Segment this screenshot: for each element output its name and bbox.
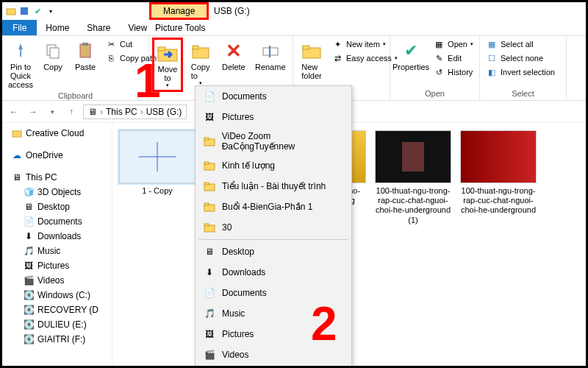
tree-item[interactable]: 💽DULIEU (E:) [2,317,112,332]
tree-item[interactable]: 💽RECOVERY (D [2,302,112,317]
svg-rect-5 [82,43,88,46]
tree-this-pc[interactable]: 🖥This PC [2,170,112,185]
select-all-button[interactable]: ▦Select all [483,38,558,51]
dropdown-item[interactable]: 30 [196,217,351,238]
dropdown-item[interactable]: ⬇Downloads [196,262,351,283]
svg-rect-13 [303,46,309,49]
dropdown-item[interactable]: 🎬Videos [196,344,351,365]
dropdown-item-icon: 🖼 [203,110,216,124]
onedrive-icon: ☁ [11,149,23,161]
file-tile[interactable]: 100-thuat-ngu-trong-rap-cuc-chat-nguoi-c… [373,130,453,358]
delete-button[interactable]: ✕ Delete [218,38,249,73]
file-thumbnail [119,130,196,183]
navigation-tree: Creative Cloud ☁OneDrive 🖥This PC 🧊3D Ob… [2,123,112,366]
invert-selection-button[interactable]: ◧Invert selection [483,66,558,79]
tree-creative-cloud[interactable]: Creative Cloud [2,126,112,141]
copy-icon [41,39,65,63]
tree-item-icon: ⬇ [23,230,35,242]
dropdown-item-icon: 🎵 [203,307,216,320]
ribbon-group-open: ✔ Properties ▦Open ▾ ✎Edit ↺History Open [390,36,480,100]
svg-rect-18 [204,138,209,140]
pc-icon: 🖥 [88,107,97,117]
tab-file[interactable]: File [2,20,37,35]
qat-dropdown-icon[interactable]: ▾ [45,5,57,17]
rename-button[interactable]: Rename [251,38,290,73]
up-button[interactable]: ↑ [64,105,79,119]
tree-item-icon: 🖥 [23,201,35,213]
select-none-icon: ☐ [486,52,498,64]
dropdown-item[interactable]: 🖼Pictures [196,324,351,344]
paste-button[interactable]: Paste [70,38,101,73]
file-tile[interactable]: 1 - Copy [117,130,198,358]
dropdown-item-icon: 🖥 [203,245,216,258]
recent-dropdown[interactable]: ▾ [45,105,60,119]
new-folder-button[interactable]: New folder [296,38,327,82]
tree-item[interactable]: 💽Windows (C:) [2,288,112,302]
history-button[interactable]: ↺History [430,66,476,79]
file-tile[interactable]: 100-thuat-ngu-trong-rap-cuc-chat-nguoi-c… [458,130,539,358]
back-button[interactable]: ← [7,105,21,119]
dropdown-item[interactable]: 🖼Pictures [196,107,351,127]
tree-item-icon: 🎵 [23,245,35,257]
dropdown-item-icon: ⬇ [203,266,216,279]
file-thumbnail [460,130,537,183]
pc-icon: 🖥 [11,171,23,183]
svg-rect-1 [21,7,28,15]
tree-item-icon: 💽 [23,289,35,301]
svg-rect-22 [204,183,209,185]
dropdown-item-icon [203,200,216,213]
copy-button[interactable]: Copy [37,38,68,73]
dropdown-item-icon [203,180,216,193]
dropdown-item[interactable]: Kinh tế lượng [196,155,351,176]
edit-button[interactable]: ✎Edit [430,52,476,65]
forward-button[interactable]: → [26,105,40,119]
tree-item[interactable]: 🧊3D Objects [2,185,112,199]
dropdown-item[interactable]: 🖥Desktop [196,241,351,262]
properties-icon: ✔ [399,39,423,63]
copy-to-button[interactable]: Copy to▾ [184,38,216,88]
dropdown-item-icon [203,159,216,172]
dropdown-item-icon [203,221,216,234]
open-button[interactable]: ▦Open ▾ [430,38,476,51]
manage-contextual-tab[interactable]: Manage [149,2,209,20]
svg-rect-9 [193,46,198,49]
ribbon-tabs: File Home Share View Picture Tools [2,20,586,36]
tree-item[interactable]: 📄Documents [2,214,112,229]
tree-item[interactable]: 🖼Pictures [2,258,112,273]
dropdown-item[interactable]: Buổi 4-BienGia-Phần 1 [196,197,351,217]
dropdown-item[interactable]: Tiểu luận - Bài thuyết trình [196,176,351,197]
tab-home[interactable]: Home [37,20,78,35]
select-all-icon: ▦ [486,38,498,50]
history-icon: ↺ [433,66,445,78]
check-icon: ✔ [32,5,43,17]
tree-item[interactable]: 🎬Videos [2,273,112,288]
svg-rect-0 [7,9,15,15]
dropdown-item[interactable]: ViDeo Zoom ĐaCộngTuyếnnew [196,127,351,155]
tab-share[interactable]: Share [78,20,119,35]
tree-item-icon: 🖼 [23,260,35,272]
tab-picture-tools[interactable]: Picture Tools [149,23,211,33]
edit-icon: ✎ [433,52,445,64]
tree-item[interactable]: 🎵Music [2,244,112,258]
tree-item[interactable]: ⬇Downloads [2,229,112,244]
dropdown-item[interactable]: 🎵Music [196,303,351,324]
tree-onedrive[interactable]: ☁OneDrive [2,148,112,163]
move-to-button[interactable]: Move to▾ [152,38,183,92]
select-none-button[interactable]: ☐Select none [483,52,558,65]
dropdown-item-icon: 🖼 [203,328,216,341]
save-icon[interactable] [18,5,30,17]
svg-rect-26 [204,224,209,226]
new-item-icon: ✦ [331,38,343,50]
breadcrumb[interactable]: 🖥 This PC USB (G:) [83,105,187,119]
creative-cloud-icon [11,127,23,139]
tree-item[interactable]: 💽GIAITRI (F:) [2,332,112,347]
properties-button[interactable]: ✔ Properties [393,38,429,73]
pin-to-quick-access-button[interactable]: Pin to Quick access [5,38,36,91]
file-name-label: 1 - Copy [142,186,173,196]
dropdown-item[interactable]: 📄Documents [196,86,351,107]
tree-item[interactable]: 🖥Desktop [2,199,112,214]
move-to-icon [156,41,179,65]
dropdown-item[interactable]: 📄Documents [196,283,351,303]
folder-icon [5,5,17,17]
pin-icon [9,39,32,63]
